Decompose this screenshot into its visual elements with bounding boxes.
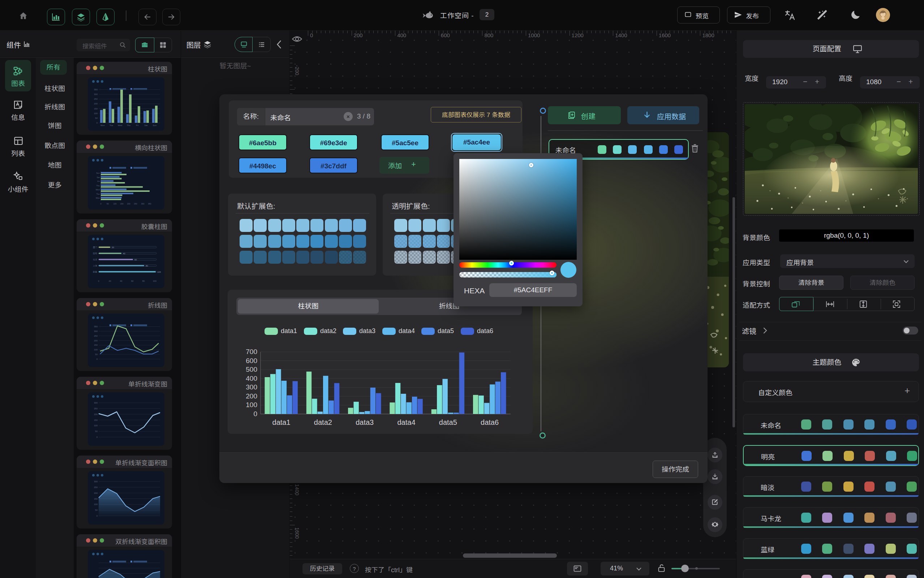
svg-text:200: 200 <box>246 392 257 400</box>
svg-text:南阳: 南阳 <box>93 252 97 255</box>
svg-text:Fri: Fri <box>136 124 139 127</box>
svg-text:50: 50 <box>95 430 97 432</box>
svg-text:Thu: Thu <box>127 124 130 127</box>
svg-text:100: 100 <box>94 424 98 427</box>
svg-text:50: 50 <box>95 353 97 356</box>
svg-text:250: 250 <box>94 408 98 410</box>
svg-text:150: 150 <box>94 498 98 500</box>
svg-text:Sat: Sat <box>144 124 148 127</box>
svg-text:20: 20 <box>109 280 111 282</box>
svg-text:80: 80 <box>142 280 145 282</box>
svg-text:250: 250 <box>134 203 137 205</box>
svg-text:350: 350 <box>148 203 151 205</box>
svg-text:300: 300 <box>94 330 98 332</box>
svg-text:data5: data5 <box>439 418 457 426</box>
svg-text:Tue: Tue <box>96 193 100 195</box>
svg-text:50: 50 <box>107 203 109 205</box>
svg-text:0: 0 <box>96 122 98 124</box>
svg-text:厦门: 厦门 <box>93 246 97 248</box>
svg-text:Fri: Fri <box>97 180 100 182</box>
svg-text:700: 700 <box>246 348 257 356</box>
svg-text:data1: data1 <box>273 418 291 426</box>
svg-text:data2: data2 <box>314 418 332 426</box>
svg-text:100: 100 <box>153 280 157 282</box>
svg-text:Tue: Tue <box>109 124 114 127</box>
svg-text:0: 0 <box>96 358 98 360</box>
svg-text:250: 250 <box>94 486 98 489</box>
svg-text:150: 150 <box>94 344 98 346</box>
svg-text:data3: data3 <box>356 418 373 426</box>
svg-text:0: 0 <box>253 410 257 417</box>
svg-text:60: 60 <box>135 259 137 261</box>
svg-text:Sat: Sat <box>97 176 100 179</box>
svg-text:80: 80 <box>146 265 148 267</box>
svg-text:Wed: Wed <box>118 124 122 127</box>
svg-text:50: 50 <box>95 509 97 511</box>
svg-text:0: 0 <box>100 203 101 205</box>
svg-text:40: 40 <box>120 280 122 282</box>
svg-text:新疆: 新疆 <box>93 271 97 273</box>
svg-text:200: 200 <box>127 203 130 205</box>
svg-text:Sun: Sun <box>153 124 157 127</box>
svg-text:Sun: Sun <box>96 172 100 174</box>
svg-text:150: 150 <box>94 419 98 421</box>
svg-text:100: 100 <box>94 349 98 351</box>
svg-text:100: 100 <box>94 112 98 115</box>
svg-text:350: 350 <box>94 325 98 328</box>
svg-text:Thu: Thu <box>96 185 100 187</box>
svg-text:100: 100 <box>94 503 98 505</box>
svg-text:0: 0 <box>96 436 98 438</box>
svg-text:200: 200 <box>94 413 98 416</box>
svg-text:Mon: Mon <box>101 124 105 127</box>
svg-text:50: 50 <box>95 117 97 119</box>
svg-text:data6: data6 <box>481 418 499 426</box>
svg-text:200: 200 <box>94 492 98 494</box>
svg-text:上海: 上海 <box>93 265 97 267</box>
svg-text:300: 300 <box>246 383 257 391</box>
svg-text:200: 200 <box>94 102 98 105</box>
svg-text:400: 400 <box>246 375 257 382</box>
svg-text:Mon: Mon <box>96 197 100 199</box>
svg-text:150: 150 <box>120 203 123 205</box>
svg-text:100: 100 <box>246 401 257 409</box>
svg-text:300: 300 <box>94 402 98 404</box>
svg-text:250: 250 <box>94 98 98 100</box>
svg-text:350: 350 <box>94 89 98 91</box>
svg-text:250: 250 <box>94 335 98 337</box>
svg-text:0: 0 <box>96 515 98 517</box>
svg-text:data4: data4 <box>397 418 415 426</box>
svg-text:Wed: Wed <box>96 188 100 191</box>
svg-text:北京: 北京 <box>93 258 97 261</box>
svg-text:40: 40 <box>123 253 125 255</box>
svg-text:300: 300 <box>141 203 144 205</box>
svg-text:150: 150 <box>94 108 98 110</box>
svg-text:20: 20 <box>112 246 114 248</box>
svg-text:60: 60 <box>131 280 134 282</box>
svg-text:100: 100 <box>113 203 116 205</box>
svg-text:0: 0 <box>98 280 99 282</box>
svg-text:600: 600 <box>246 357 257 365</box>
svg-text:500: 500 <box>246 365 257 373</box>
svg-text:100: 100 <box>157 271 161 273</box>
svg-text:300: 300 <box>94 93 98 95</box>
svg-text:300: 300 <box>94 481 98 483</box>
svg-text:200: 200 <box>94 339 98 342</box>
